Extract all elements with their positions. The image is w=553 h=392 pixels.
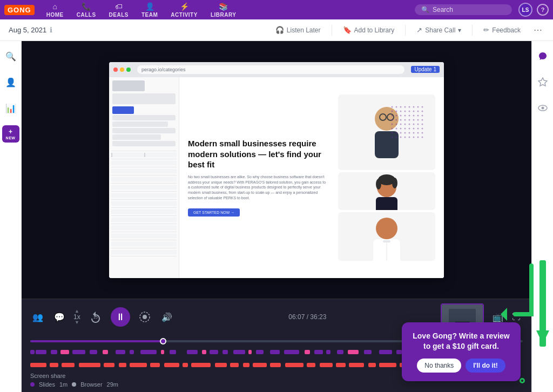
review-popup-actions: No thanks I'll do it! xyxy=(412,359,511,373)
nav-item-library[interactable]: 📚 LIBRARY xyxy=(205,1,242,19)
add-to-library-label: Add to Library xyxy=(354,26,395,34)
svg-point-8 xyxy=(376,179,381,190)
review-popup-message: Love Gong? Write a review to get a $10 g… xyxy=(412,331,511,352)
user-avatar[interactable]: LS xyxy=(518,3,532,17)
play-pause-button[interactable]: ⏸ xyxy=(111,307,130,327)
top-navigation: GONG ⌂ HOME 📞 CALLS 🏷 DEALS 👤 TEAM ⚡ ACT… xyxy=(0,0,553,19)
nav-item-team[interactable]: 👤 TEAM xyxy=(136,1,163,19)
screen-text-block: Modern small businesses require modern s… xyxy=(188,138,338,216)
toolbar-actions: 🎧 Listen Later 🔖 Add to Library ↗ Share … xyxy=(271,23,544,37)
sidebar-chat-icon[interactable] xyxy=(534,48,551,65)
volume-button[interactable]: 🔊 xyxy=(159,310,174,325)
person-card-woman-bottom xyxy=(338,212,435,261)
sidebar-search-icon[interactable]: 🔍 xyxy=(2,48,19,65)
review-popup-wrapper: Love Gong? Write a review to get a $10 g… xyxy=(520,378,525,383)
nav-item-calls[interactable]: 📞 CALLS xyxy=(71,1,102,19)
nav-label-activity: ACTIVITY xyxy=(171,12,198,18)
browser-dot xyxy=(72,382,76,387)
headphone-icon: 🎧 xyxy=(275,26,284,34)
svg-rect-13 xyxy=(383,240,390,242)
help-button[interactable]: ? xyxy=(537,4,549,16)
share-dropdown-icon: ▾ xyxy=(458,26,461,34)
home-icon: ⌂ xyxy=(53,2,57,11)
review-popup: Love Gong? Write a review to get a $10 g… xyxy=(402,322,521,381)
svg-rect-6 xyxy=(376,197,397,210)
svg-rect-15 xyxy=(391,106,423,138)
screen-share-frame: perago.io/categories Update 1 xyxy=(109,62,444,278)
deals-icon: 🏷 xyxy=(115,2,123,11)
left-sidebar: 🔍 👤 📊 + NEW xyxy=(0,41,22,392)
sidebar-eye-icon[interactable] xyxy=(534,99,551,117)
nav-label-library: LIBRARY xyxy=(211,12,237,18)
participants-button[interactable]: 👥 xyxy=(30,310,45,325)
secondary-toolbar: Aug 5, 2021 ℹ 🎧 Listen Later 🔖 Add to Li… xyxy=(0,19,553,41)
search-bar[interactable]: 🔍 Search xyxy=(415,4,512,15)
sidebar-new-button[interactable]: + NEW xyxy=(2,125,19,143)
toolbar-divider-1 xyxy=(332,25,332,36)
feedback-icon: ✏ xyxy=(483,26,489,34)
sidebar-person-icon[interactable]: 👤 xyxy=(2,73,19,91)
nav-label-home: HOME xyxy=(46,12,64,18)
screen-cta-button[interactable]: GET STARTED NOW → xyxy=(188,208,240,217)
search-placeholder: Search xyxy=(433,6,453,13)
toolbar-divider-3 xyxy=(472,25,473,36)
slides-duration: 1m xyxy=(59,381,68,388)
slides-label: Slides xyxy=(39,381,55,388)
date-display: Aug 5, 2021 ℹ xyxy=(9,26,52,34)
minimize-dot xyxy=(120,67,124,72)
sidebar-star-icon[interactable] xyxy=(534,73,551,91)
nav-item-home[interactable]: ⌂ HOME xyxy=(41,1,69,19)
calls-icon: 📞 xyxy=(82,2,91,11)
captions-button[interactable]: 💬 xyxy=(52,310,67,325)
slides-dot xyxy=(30,382,35,387)
right-sidebar xyxy=(531,41,553,392)
nav-item-activity[interactable]: ⚡ ACTIVITY xyxy=(165,1,203,19)
time-display: 06:07 / 36:23 xyxy=(288,313,326,321)
person-illustration-woman-bottom xyxy=(362,212,411,261)
svg-point-10 xyxy=(376,218,397,239)
person-illustration-woman-top xyxy=(368,172,406,210)
feedback-button[interactable]: ✏ Feedback xyxy=(479,24,525,36)
total-time: 36:23 xyxy=(310,313,326,321)
date-text: Aug 5, 2021 xyxy=(9,26,46,34)
library-icon: 📚 xyxy=(219,2,228,11)
svg-point-18 xyxy=(143,315,147,319)
video-section: perago.io/categories Update 1 xyxy=(22,41,531,299)
rewind-icon: 15 xyxy=(89,310,102,323)
follow-speaker-button[interactable] xyxy=(137,309,153,325)
timeline-thumb[interactable] xyxy=(160,338,166,344)
no-thanks-button[interactable]: No thanks xyxy=(417,359,461,373)
person-card-woman-top xyxy=(338,172,435,210)
timeline-filled xyxy=(30,340,163,342)
maximize-dot xyxy=(126,67,131,72)
popup-border: Love Gong? Write a review to get a $10 g… xyxy=(520,378,525,383)
sidebar-chart-icon[interactable]: 📊 xyxy=(2,99,19,117)
speed-control[interactable]: ▲ 1x ▼ xyxy=(73,309,80,325)
decorative-dots xyxy=(391,106,423,140)
address-bar: perago.io/categories xyxy=(137,65,404,74)
screen-header: perago.io/categories Update 1 xyxy=(109,62,444,77)
nav-label-calls: CALLS xyxy=(77,12,96,18)
nav-label-deals: DEALS xyxy=(109,12,129,18)
add-to-library-button[interactable]: 🔖 Add to Library xyxy=(339,24,399,36)
search-icon: 🔍 xyxy=(421,6,429,13)
more-options-button[interactable]: ⋯ xyxy=(531,23,544,37)
ill-do-it-button[interactable]: I'll do it! xyxy=(466,359,505,373)
close-dot xyxy=(113,67,118,72)
browser-label: Browser xyxy=(80,381,102,388)
share-icon: ↗ xyxy=(416,26,422,34)
browser-duration: 29m xyxy=(107,381,118,388)
svg-point-20 xyxy=(541,107,544,110)
share-call-button[interactable]: ↗ Share Call ▾ xyxy=(412,24,466,36)
update-badge: Update 1 xyxy=(411,66,440,73)
listen-later-label: Listen Later xyxy=(287,26,321,34)
listen-later-button[interactable]: 🎧 Listen Later xyxy=(271,24,325,36)
url-text: perago.io/categories xyxy=(141,67,186,72)
share-call-label: Share Call xyxy=(425,26,455,34)
rewind-button[interactable]: 15 xyxy=(87,308,104,326)
svg-point-9 xyxy=(392,178,397,188)
screen-subtext: No two small businesses are alike. So wh… xyxy=(188,174,327,201)
nav-item-deals[interactable]: 🏷 DEALS xyxy=(104,1,134,19)
info-icon[interactable]: ℹ xyxy=(50,26,52,34)
toolbar-divider-2 xyxy=(405,25,406,36)
